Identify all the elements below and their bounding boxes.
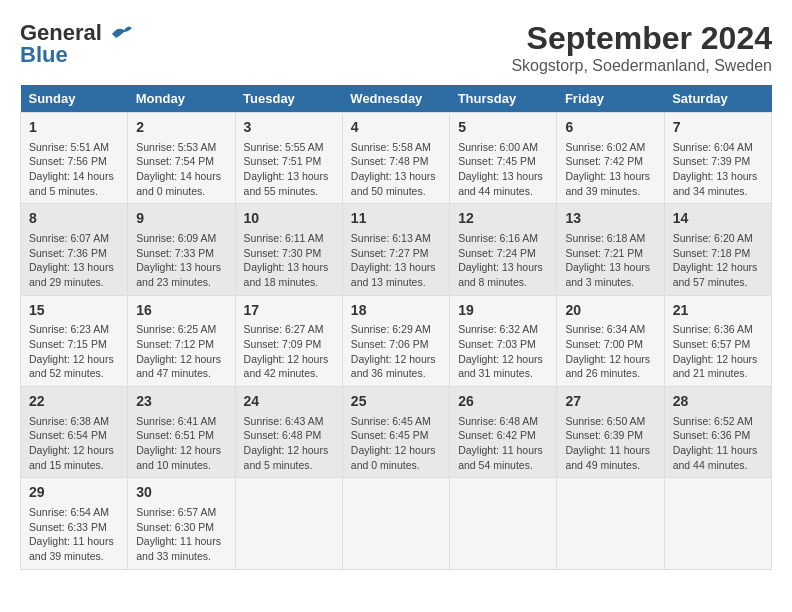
day-number: 11 [351,209,441,229]
day-number: 7 [673,118,763,138]
calendar-body: 1Sunrise: 5:51 AM Sunset: 7:56 PM Daylig… [21,113,772,570]
day-info: Sunrise: 6:45 AM Sunset: 6:45 PM Dayligh… [351,414,441,473]
calendar-cell: 30Sunrise: 6:57 AM Sunset: 6:30 PM Dayli… [128,478,235,569]
day-info: Sunrise: 6:57 AM Sunset: 6:30 PM Dayligh… [136,505,226,564]
day-info: Sunrise: 6:04 AM Sunset: 7:39 PM Dayligh… [673,140,763,199]
calendar-cell: 21Sunrise: 6:36 AM Sunset: 6:57 PM Dayli… [664,295,771,386]
calendar-cell: 5Sunrise: 6:00 AM Sunset: 7:45 PM Daylig… [450,113,557,204]
day-info: Sunrise: 6:50 AM Sunset: 6:39 PM Dayligh… [565,414,655,473]
day-info: Sunrise: 6:02 AM Sunset: 7:42 PM Dayligh… [565,140,655,199]
day-info: Sunrise: 6:54 AM Sunset: 6:33 PM Dayligh… [29,505,119,564]
calendar-cell: 10Sunrise: 6:11 AM Sunset: 7:30 PM Dayli… [235,204,342,295]
day-number: 4 [351,118,441,138]
day-info: Sunrise: 6:20 AM Sunset: 7:18 PM Dayligh… [673,231,763,290]
calendar-cell: 16Sunrise: 6:25 AM Sunset: 7:12 PM Dayli… [128,295,235,386]
calendar-cell: 26Sunrise: 6:48 AM Sunset: 6:42 PM Dayli… [450,387,557,478]
day-number: 16 [136,301,226,321]
calendar-cell: 28Sunrise: 6:52 AM Sunset: 6:36 PM Dayli… [664,387,771,478]
logo: General Blue [20,20,134,68]
calendar-cell: 19Sunrise: 6:32 AM Sunset: 7:03 PM Dayli… [450,295,557,386]
header-friday: Friday [557,85,664,113]
day-number: 9 [136,209,226,229]
day-info: Sunrise: 6:32 AM Sunset: 7:03 PM Dayligh… [458,322,548,381]
day-info: Sunrise: 6:25 AM Sunset: 7:12 PM Dayligh… [136,322,226,381]
calendar-table: SundayMondayTuesdayWednesdayThursdayFrid… [20,85,772,570]
day-number: 1 [29,118,119,138]
day-info: Sunrise: 6:36 AM Sunset: 6:57 PM Dayligh… [673,322,763,381]
day-info: Sunrise: 5:58 AM Sunset: 7:48 PM Dayligh… [351,140,441,199]
calendar-header: SundayMondayTuesdayWednesdayThursdayFrid… [21,85,772,113]
calendar-cell: 20Sunrise: 6:34 AM Sunset: 7:00 PM Dayli… [557,295,664,386]
calendar-cell: 2Sunrise: 5:53 AM Sunset: 7:54 PM Daylig… [128,113,235,204]
header-sunday: Sunday [21,85,128,113]
day-info: Sunrise: 6:18 AM Sunset: 7:21 PM Dayligh… [565,231,655,290]
day-info: Sunrise: 6:23 AM Sunset: 7:15 PM Dayligh… [29,322,119,381]
calendar-cell: 24Sunrise: 6:43 AM Sunset: 6:48 PM Dayli… [235,387,342,478]
day-info: Sunrise: 5:55 AM Sunset: 7:51 PM Dayligh… [244,140,334,199]
logo-blue-text: Blue [20,42,68,68]
calendar-cell: 23Sunrise: 6:41 AM Sunset: 6:51 PM Dayli… [128,387,235,478]
calendar-cell: 3Sunrise: 5:55 AM Sunset: 7:51 PM Daylig… [235,113,342,204]
calendar-cell: 22Sunrise: 6:38 AM Sunset: 6:54 PM Dayli… [21,387,128,478]
header-row: SundayMondayTuesdayWednesdayThursdayFrid… [21,85,772,113]
calendar-cell: 15Sunrise: 6:23 AM Sunset: 7:15 PM Dayli… [21,295,128,386]
calendar-cell: 14Sunrise: 6:20 AM Sunset: 7:18 PM Dayli… [664,204,771,295]
day-number: 27 [565,392,655,412]
day-info: Sunrise: 6:07 AM Sunset: 7:36 PM Dayligh… [29,231,119,290]
calendar-cell: 4Sunrise: 5:58 AM Sunset: 7:48 PM Daylig… [342,113,449,204]
day-number: 30 [136,483,226,503]
page-header: General Blue September 2024 Skogstorp, S… [20,20,772,75]
day-info: Sunrise: 6:09 AM Sunset: 7:33 PM Dayligh… [136,231,226,290]
day-info: Sunrise: 6:38 AM Sunset: 6:54 PM Dayligh… [29,414,119,473]
page-subtitle: Skogstorp, Soedermanland, Sweden [511,57,772,75]
header-wednesday: Wednesday [342,85,449,113]
day-info: Sunrise: 6:00 AM Sunset: 7:45 PM Dayligh… [458,140,548,199]
calendar-cell: 17Sunrise: 6:27 AM Sunset: 7:09 PM Dayli… [235,295,342,386]
day-number: 21 [673,301,763,321]
day-number: 19 [458,301,548,321]
header-thursday: Thursday [450,85,557,113]
day-number: 15 [29,301,119,321]
calendar-cell: 25Sunrise: 6:45 AM Sunset: 6:45 PM Dayli… [342,387,449,478]
day-info: Sunrise: 6:27 AM Sunset: 7:09 PM Dayligh… [244,322,334,381]
day-number: 12 [458,209,548,229]
calendar-cell: 27Sunrise: 6:50 AM Sunset: 6:39 PM Dayli… [557,387,664,478]
day-number: 5 [458,118,548,138]
calendar-cell: 18Sunrise: 6:29 AM Sunset: 7:06 PM Dayli… [342,295,449,386]
day-number: 10 [244,209,334,229]
day-info: Sunrise: 6:29 AM Sunset: 7:06 PM Dayligh… [351,322,441,381]
day-number: 8 [29,209,119,229]
day-number: 17 [244,301,334,321]
calendar-cell: 8Sunrise: 6:07 AM Sunset: 7:36 PM Daylig… [21,204,128,295]
day-info: Sunrise: 5:53 AM Sunset: 7:54 PM Dayligh… [136,140,226,199]
day-number: 22 [29,392,119,412]
day-info: Sunrise: 6:16 AM Sunset: 7:24 PM Dayligh… [458,231,548,290]
day-number: 26 [458,392,548,412]
week-row-4: 29Sunrise: 6:54 AM Sunset: 6:33 PM Dayli… [21,478,772,569]
calendar-cell: 29Sunrise: 6:54 AM Sunset: 6:33 PM Dayli… [21,478,128,569]
day-number: 28 [673,392,763,412]
calendar-cell [235,478,342,569]
calendar-cell [664,478,771,569]
day-info: Sunrise: 6:11 AM Sunset: 7:30 PM Dayligh… [244,231,334,290]
week-row-2: 15Sunrise: 6:23 AM Sunset: 7:15 PM Dayli… [21,295,772,386]
day-info: Sunrise: 5:51 AM Sunset: 7:56 PM Dayligh… [29,140,119,199]
week-row-1: 8Sunrise: 6:07 AM Sunset: 7:36 PM Daylig… [21,204,772,295]
page-title: September 2024 [511,20,772,57]
calendar-cell: 6Sunrise: 6:02 AM Sunset: 7:42 PM Daylig… [557,113,664,204]
day-number: 2 [136,118,226,138]
calendar-cell: 13Sunrise: 6:18 AM Sunset: 7:21 PM Dayli… [557,204,664,295]
day-number: 13 [565,209,655,229]
week-row-3: 22Sunrise: 6:38 AM Sunset: 6:54 PM Dayli… [21,387,772,478]
header-saturday: Saturday [664,85,771,113]
day-info: Sunrise: 6:43 AM Sunset: 6:48 PM Dayligh… [244,414,334,473]
day-number: 24 [244,392,334,412]
calendar-cell: 11Sunrise: 6:13 AM Sunset: 7:27 PM Dayli… [342,204,449,295]
day-info: Sunrise: 6:52 AM Sunset: 6:36 PM Dayligh… [673,414,763,473]
calendar-cell [557,478,664,569]
calendar-cell: 7Sunrise: 6:04 AM Sunset: 7:39 PM Daylig… [664,113,771,204]
day-number: 25 [351,392,441,412]
day-number: 23 [136,392,226,412]
day-number: 3 [244,118,334,138]
calendar-cell [342,478,449,569]
